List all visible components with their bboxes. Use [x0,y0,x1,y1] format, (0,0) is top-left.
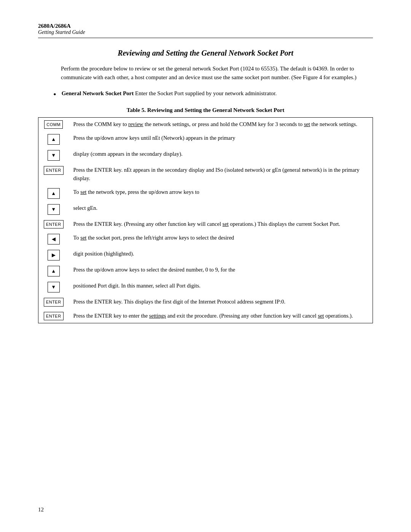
table-row: ENTER Press the ENTER key to enter the s… [38,309,373,323]
page-number: 12 [38,506,44,513]
key-cell: ▲ [38,185,69,201]
table-row: ▶ digit position (highlighted). [38,247,373,263]
page-header: 2680A/2686A Getting Started Guide [38,23,373,38]
table-row: ENTER Press the ENTER key. nEt appears i… [38,163,373,185]
enter-key-3: ENTER [44,298,64,307]
key-cell: ENTER [38,163,69,185]
key-cell: COMM [38,117,69,131]
desc-cell: Press the up/down arrow keys to select t… [69,263,373,279]
section-title: Reviewing and Setting the General Networ… [38,49,373,58]
table-row: ▲ Press the up/down arrow keys to select… [38,263,373,279]
bullet-text: General Network Socket Port Enter the So… [62,89,277,98]
desc-cell: Press the ENTER key. This displays the f… [69,295,373,309]
arrow-left-icon: ◀ [48,234,60,244]
table-row: ENTER Press the ENTER key. This displays… [38,295,373,309]
table-row: ▼ positioned Port digit. In this manner,… [38,279,373,295]
desc-cell: To set the socket port, press the left/r… [69,231,373,247]
key-cell: ▼ [38,201,69,217]
desc-cell: digit position (highlighted). [69,247,373,263]
header-title: 2680A/2686A [38,23,373,29]
bullet-item: • General Network Socket Port Enter the … [53,89,373,101]
arrow-up-icon-3: ▲ [48,266,60,276]
arrow-down-icon-2: ▼ [48,204,60,215]
key-cell: ▲ [38,263,69,279]
arrow-up-icon: ▲ [48,134,60,145]
key-cell: ENTER [38,309,69,323]
arrow-up-icon-2: ▲ [48,188,60,199]
page: 2680A/2686A Getting Started Guide Review… [0,0,411,532]
table-row: ◀ To set the socket port, press the left… [38,231,373,247]
table-row: COMM Press the COMM key to review the ne… [38,117,373,131]
table-row: ▲ Press the up/down arrow keys until nEt… [38,131,373,147]
table-row: ▲ To set the network type, press the up/… [38,185,373,201]
key-cell: ENTER [38,295,69,309]
table-caption: Table 5. Reviewing and Setting the Gener… [38,107,373,113]
intro-paragraph: Perform the procedure below to review or… [61,64,373,82]
arrow-down-icon: ▼ [48,150,60,161]
desc-cell: Press the up/down arrow keys until nEt (… [69,131,373,147]
desc-cell: To set the network type, press the up/do… [69,185,373,201]
desc-cell: positioned Port digit. In this manner, s… [69,279,373,295]
bullet-icon: • [53,88,56,101]
desc-cell: select gEn. [69,201,373,217]
table-row: ENTER Press the ENTER key. (Pressing any… [38,217,373,232]
arrow-down-icon-3: ▼ [48,282,60,292]
enter-key-4: ENTER [44,312,64,321]
key-cell: ▶ [38,247,69,263]
desc-cell: display (comm appears in the secondary d… [69,147,373,163]
desc-cell: Press the ENTER key. (Pressing any other… [69,217,373,232]
key-cell: ENTER [38,217,69,232]
bullet-label: General Network Socket Port [62,90,134,96]
table-row: ▼ display (comm appears in the secondary… [38,147,373,163]
enter-key-1: ENTER [44,166,64,175]
desc-cell: Press the ENTER key to enter the setting… [69,309,373,323]
key-cell: ▼ [38,279,69,295]
desc-cell: Press the ENTER key. nEt appears in the … [69,163,373,185]
procedure-table: COMM Press the COMM key to review the ne… [38,117,373,324]
key-cell: ▲ [38,131,69,147]
key-cell: ▼ [38,147,69,163]
enter-key-2: ENTER [44,220,64,229]
table-row: ▼ select gEn. [38,201,373,217]
comm-key: COMM [44,120,63,129]
desc-cell: Press the COMM key to review the network… [69,117,373,131]
header-subtitle: Getting Started Guide [38,29,373,35]
arrow-right-icon: ▶ [48,250,60,260]
key-cell: ◀ [38,231,69,247]
